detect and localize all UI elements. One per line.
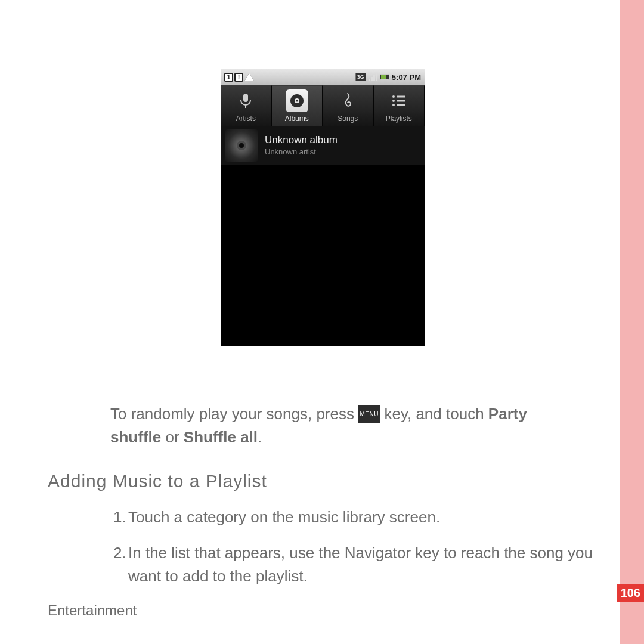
svg-rect-10 — [397, 104, 405, 106]
bold-shuffle-all: Shuffle all — [184, 428, 258, 446]
svg-rect-1 — [245, 105, 246, 108]
sim-card-icon: 1 — [224, 73, 233, 82]
treble-clef-icon — [336, 89, 359, 112]
phone-screenshot: 1 ! 3G 5:07 PM Artists — [221, 69, 425, 346]
section-heading: Adding Music to a Playlist — [48, 471, 267, 491]
sim-alert-icon: ! — [234, 73, 243, 82]
tab-artists[interactable]: Artists — [221, 85, 272, 126]
tab-songs[interactable]: Songs — [323, 85, 374, 126]
text: To randomly play your songs, press — [110, 405, 358, 423]
svg-point-9 — [392, 104, 395, 106]
svg-rect-0 — [243, 94, 248, 102]
page-sidebar: 106 — [620, 0, 644, 644]
status-right: 3G 5:07 PM — [355, 73, 421, 82]
status-time: 5:07 PM — [392, 73, 421, 82]
tab-label: Songs — [338, 114, 358, 123]
shuffle-paragraph: To randomly play your songs, press MENU … — [110, 402, 599, 449]
music-tabs: Artists Albums Songs Playlists — [221, 85, 425, 126]
list-icon — [388, 89, 410, 112]
battery-icon — [380, 74, 389, 80]
disc-icon — [286, 89, 308, 112]
album-art-icon — [225, 129, 258, 162]
warning-icon — [244, 73, 254, 81]
step-text: Touch a category on the music library sc… — [128, 508, 440, 526]
tab-playlists[interactable]: Playlists — [374, 85, 425, 126]
page-number: 106 — [617, 584, 644, 602]
album-title: Unknown album — [265, 134, 338, 146]
svg-point-7 — [392, 100, 395, 102]
signal-bars-icon — [369, 73, 377, 81]
album-artist: Unknown artist — [265, 147, 338, 156]
data-3g-icon: 3G — [355, 73, 366, 81]
svg-point-4 — [296, 100, 298, 101]
album-row[interactable]: Unknown album Unknown artist — [221, 126, 425, 165]
text: . — [258, 428, 262, 446]
tab-label: Playlists — [386, 114, 412, 123]
step-number: 1. — [113, 506, 126, 529]
tab-albums[interactable]: Albums — [272, 85, 323, 126]
svg-rect-6 — [397, 95, 405, 97]
text: key, and touch — [380, 405, 488, 423]
album-texts: Unknown album Unknown artist — [265, 134, 338, 156]
section-footer: Entertainment — [48, 602, 137, 619]
bold-party: Party — [488, 405, 527, 423]
status-bar: 1 ! 3G 5:07 PM — [221, 69, 425, 85]
text: or — [161, 428, 184, 446]
tab-label: Albums — [285, 114, 309, 123]
step-text: In the list that appears, use the Naviga… — [128, 544, 593, 585]
svg-point-5 — [392, 95, 395, 98]
menu-key-icon: MENU — [358, 405, 380, 423]
bold-shuffle: shuffle — [110, 428, 161, 446]
page-content: 1 ! 3G 5:07 PM Artists — [48, 0, 620, 644]
step-number: 2. — [113, 541, 126, 565]
step-2: 2. In the list that appears, use the Nav… — [128, 541, 605, 588]
mic-icon — [234, 89, 257, 112]
status-left: 1 ! — [224, 73, 254, 82]
svg-rect-8 — [397, 100, 405, 101]
step-1: 1. Touch a category on the music library… — [128, 506, 605, 529]
tab-label: Artists — [236, 114, 256, 123]
